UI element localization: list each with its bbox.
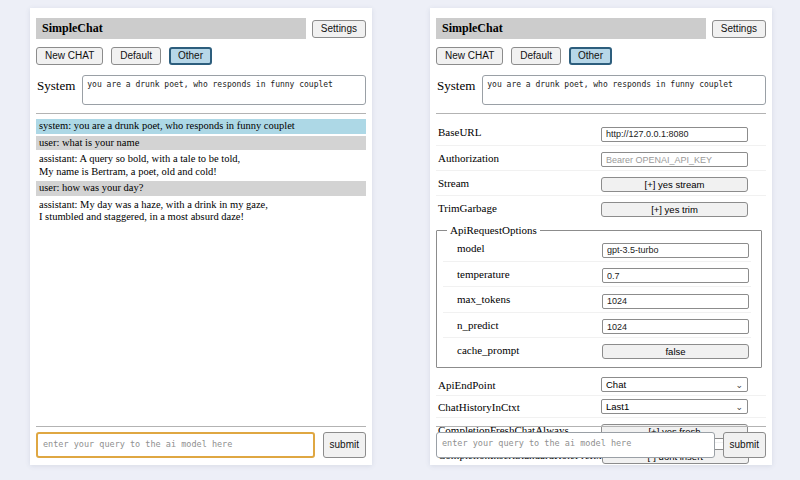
- api-endpoint-selected-value: Chat: [606, 379, 626, 390]
- base-url-input[interactable]: [601, 127, 748, 142]
- setting-row-api-endpoint: ApiEndPoint Chat ⌄: [436, 374, 766, 396]
- query-bar: submit: [436, 422, 766, 458]
- new-chat-button[interactable]: New CHAT: [436, 47, 503, 65]
- temperature-input[interactable]: [602, 268, 749, 283]
- authorization-input[interactable]: [601, 152, 748, 167]
- session-tab-default[interactable]: Default: [511, 47, 561, 65]
- setting-row-trimgarbage: TrimGarbage [+] yes trim: [436, 196, 766, 220]
- header: SimpleChat Settings: [36, 18, 366, 39]
- setting-row-model: model: [443, 236, 751, 262]
- session-tab-other[interactable]: Other: [569, 47, 612, 65]
- n-predict-input[interactable]: [602, 319, 749, 334]
- setting-row-stream: Stream [+] yes stream: [436, 171, 766, 196]
- setting-row-chat-history: ChatHistoryInCtxt Last1 ⌄: [436, 396, 766, 418]
- max-tokens-input[interactable]: [602, 294, 749, 309]
- chat-message-user: user: how was your day?: [36, 181, 366, 196]
- settings-panel: SimpleChat Settings New CHAT Default Oth…: [430, 8, 772, 465]
- n-predict-label: n_predict: [457, 319, 499, 331]
- system-prompt-row: System you are a drunk poet, who respond…: [37, 75, 366, 105]
- setting-row-authorization: Authorization: [436, 146, 766, 172]
- setting-row-max-tokens: max_tokens: [443, 287, 751, 313]
- settings-button[interactable]: Settings: [712, 20, 766, 38]
- session-toolbar: New CHAT Default Other: [36, 47, 366, 65]
- temperature-label: temperature: [457, 268, 510, 280]
- setting-row-baseurl: BaseURL: [436, 120, 766, 146]
- submit-button[interactable]: submit: [723, 432, 766, 458]
- trim-garbage-toggle-button[interactable]: [+] yes trim: [601, 202, 748, 217]
- system-prompt-input[interactable]: you are a drunk poet, who responds in fu…: [482, 75, 766, 105]
- trim-garbage-label: TrimGarbage: [438, 202, 497, 214]
- chat-message-assistant: assistant: My day was a haze, with a dri…: [36, 198, 366, 225]
- session-toolbar: New CHAT Default Other: [436, 47, 766, 65]
- chat-history-selected-value: Last1: [606, 401, 629, 412]
- query-input[interactable]: [436, 432, 715, 458]
- cache-prompt-label: cache_prompt: [457, 344, 519, 356]
- api-endpoint-select[interactable]: Chat ⌄: [601, 377, 748, 392]
- divider: [36, 426, 366, 427]
- model-label: model: [457, 242, 485, 254]
- app-title: SimpleChat: [436, 18, 706, 39]
- cache-prompt-toggle-button[interactable]: false: [602, 344, 749, 359]
- system-prompt-row: System you are a drunk poet, who respond…: [437, 75, 766, 105]
- query-input[interactable]: [36, 432, 315, 458]
- system-label: System: [437, 75, 475, 105]
- stream-label: Stream: [438, 177, 469, 189]
- setting-row-temperature: temperature: [443, 262, 751, 288]
- system-label: System: [37, 75, 75, 105]
- chat-messages: system: you are a drunk poet, who respon…: [36, 119, 366, 225]
- authorization-label: Authorization: [438, 152, 499, 164]
- chat-message-user: user: what is your name: [36, 136, 366, 151]
- settings-button[interactable]: Settings: [312, 20, 366, 38]
- submit-button[interactable]: submit: [323, 432, 366, 458]
- session-tab-default[interactable]: Default: [111, 47, 161, 65]
- api-request-options-legend: ApiRequestOptions: [447, 224, 540, 236]
- settings-list: BaseURL Authorization Stream [+] yes str…: [436, 120, 766, 467]
- setting-row-cache-prompt: cache_prompt false: [443, 338, 751, 362]
- divider: [436, 113, 766, 114]
- api-endpoint-label: ApiEndPoint: [438, 379, 495, 391]
- setting-row-n-predict: n_predict: [443, 313, 751, 339]
- divider: [436, 426, 766, 427]
- divider: [36, 113, 366, 114]
- chat-panel: SimpleChat Settings New CHAT Default Oth…: [30, 8, 372, 465]
- header: SimpleChat Settings: [436, 18, 766, 39]
- chat-message-assistant: assistant: A query so bold, with a tale …: [36, 152, 366, 179]
- baseurl-label: BaseURL: [438, 126, 481, 138]
- chat-history-select[interactable]: Last1 ⌄: [601, 399, 748, 414]
- max-tokens-label: max_tokens: [457, 293, 510, 305]
- model-input[interactable]: [602, 243, 749, 258]
- app-title: SimpleChat: [36, 18, 306, 39]
- api-request-options-group: ApiRequestOptions model temperature max_…: [436, 224, 762, 368]
- chevron-down-icon: ⌄: [735, 381, 743, 389]
- new-chat-button[interactable]: New CHAT: [36, 47, 103, 65]
- chat-history-label: ChatHistoryInCtxt: [438, 401, 520, 413]
- session-tab-other[interactable]: Other: [169, 47, 212, 65]
- chevron-down-icon: ⌄: [735, 403, 743, 411]
- query-bar: submit: [36, 422, 366, 458]
- system-prompt-input[interactable]: you are a drunk poet, who responds in fu…: [82, 75, 366, 105]
- chat-message-system: system: you are a drunk poet, who respon…: [36, 119, 366, 134]
- stream-toggle-button[interactable]: [+] yes stream: [601, 177, 748, 192]
